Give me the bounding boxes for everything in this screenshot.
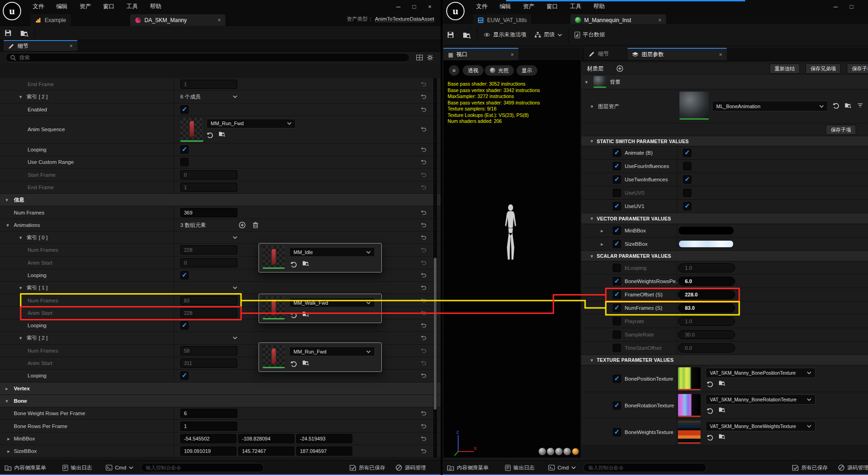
checkbox[interactable]: ✓: [613, 304, 621, 312]
property-row-27[interactable]: ▸MinBBox-54.545502-108.828094-24.519493: [0, 433, 441, 445]
checkbox[interactable]: ✓: [613, 202, 621, 210]
parameter-section-header[interactable]: ▾SCALAR PARAMETER VALUES: [581, 251, 868, 261]
value-input[interactable]: 6: [180, 409, 237, 418]
value-input[interactable]: 0: [180, 258, 237, 267]
source-control-button[interactable]: 源码管理: [838, 461, 868, 475]
anim-sequence-thumbnail[interactable]: [263, 296, 285, 319]
reset-to-default-icon[interactable]: [420, 285, 426, 290]
layer-asset-thumbnail[interactable]: [679, 92, 709, 120]
anim-sequence-thumbnail[interactable]: [263, 246, 285, 269]
parameter-section-header[interactable]: ▾TEXTURE PARAMETER VALUES: [581, 355, 868, 365]
tab-close-icon[interactable]: ×: [69, 43, 73, 49]
browse-to-asset-icon[interactable]: [719, 406, 725, 412]
reset-to-default-icon[interactable]: [420, 323, 426, 328]
details-scrollbar[interactable]: [433, 78, 437, 458]
preview-scene-toggle[interactable]: [572, 448, 579, 455]
tab-close-icon[interactable]: ×: [218, 17, 221, 23]
preview-shape-sphere[interactable]: [547, 448, 554, 455]
preview-shape-cube[interactable]: [563, 448, 571, 455]
switch-param-row[interactable]: ✓UseUV1✓: [581, 200, 868, 213]
texture-dropdown[interactable]: VAT_SKM_Manny_BoneRotationTexture: [706, 394, 816, 405]
background-layer-row[interactable]: ▾ 背景: [581, 75, 868, 89]
show-inactive-button[interactable]: 显示未激活项: [479, 24, 530, 46]
checkbox[interactable]: ✓: [613, 175, 621, 184]
checkbox[interactable]: ✓: [683, 149, 691, 157]
switch-param-row[interactable]: UseUV0: [581, 186, 868, 200]
chevron-right-icon[interactable]: ▸: [601, 228, 604, 234]
reset-to-default-icon[interactable]: [420, 310, 426, 316]
chevron-down-icon[interactable]: [233, 236, 237, 239]
vector-component-input[interactable]: 145.72467: [238, 446, 294, 456]
checkbox[interactable]: ✓: [613, 401, 621, 410]
scalar-value-input[interactable]: 6.0: [678, 277, 735, 286]
hierarchy-dropdown[interactable]: 层级: [530, 24, 566, 46]
value-input[interactable]: 1: [180, 422, 237, 431]
property-row-28[interactable]: ▸SizeBBox109.091019145.72467187.094597: [0, 445, 441, 458]
chevron-down-icon[interactable]: ▾: [6, 222, 9, 228]
use-selected-icon[interactable]: [207, 132, 213, 138]
tab-details[interactable]: 细节: [584, 48, 627, 60]
scalar-param-row[interactable]: Playrate1.0: [581, 315, 868, 328]
browse-to-asset-icon[interactable]: [719, 380, 725, 386]
texture-thumbnail[interactable]: [678, 394, 701, 417]
add-element-icon[interactable]: [239, 221, 246, 228]
save-button[interactable]: [0, 26, 16, 40]
color-swatch[interactable]: [678, 227, 734, 235]
checkbox[interactable]: ✓: [613, 162, 621, 170]
checkbox[interactable]: [683, 189, 691, 197]
scalar-value-input[interactable]: 228.0: [678, 290, 735, 299]
show-flags-button[interactable]: 显示: [516, 65, 538, 76]
reset-to-default-icon[interactable]: [420, 360, 426, 366]
save-child-button[interactable]: 保存子项: [826, 125, 856, 135]
menu-item[interactable]: 资产: [74, 3, 97, 11]
tab-close-icon[interactable]: ×: [511, 52, 514, 58]
layer-asset-row[interactable]: ▾ 图层资产 ML_BoneAnimation: [581, 89, 868, 123]
property-row-26[interactable]: Bone Rows Per Frame1: [0, 420, 441, 432]
use-selected-icon[interactable]: [833, 102, 839, 109]
delete-elements-icon[interactable]: [253, 222, 259, 228]
anim-sequence-dropdown[interactable]: MM_Walk_Fwd: [289, 298, 375, 307]
tab-example[interactable]: Example: [30, 14, 71, 26]
texture-thumbnail[interactable]: [678, 421, 701, 444]
minimize-icon[interactable]: ─: [834, 3, 838, 10]
reset-to-default-icon[interactable]: [420, 411, 426, 416]
anim-picker-panel-0[interactable]: MM_Idle: [259, 243, 382, 272]
maximize-icon[interactable]: □: [413, 3, 416, 10]
texture-dropdown[interactable]: VAT_SKM_Manny_BoneWeightsTexture: [706, 421, 816, 431]
property-row-25[interactable]: Bone Weight Rows Per Frame6: [0, 407, 441, 420]
browse-to-asset-icon[interactable]: [302, 359, 309, 365]
vector-component-input[interactable]: 109.091019: [180, 446, 236, 456]
reset-to-default-icon[interactable]: [420, 348, 426, 353]
chevron-down-icon[interactable]: ▾: [19, 235, 22, 241]
scalar-param-row[interactable]: SampleRate30.0: [581, 328, 868, 342]
scalar-value-input[interactable]: 0.0: [678, 343, 735, 353]
filter-icon[interactable]: [857, 103, 863, 108]
preview-shape-sphere[interactable]: [539, 448, 546, 455]
scalar-value-input[interactable]: 83.0: [678, 303, 735, 313]
section-row-8[interactable]: ▾信息: [0, 194, 441, 206]
menu-item[interactable]: 资产: [517, 3, 540, 11]
platform-data-button[interactable]: 平台数据: [570, 24, 609, 46]
checkbox[interactable]: [613, 264, 621, 272]
tab-details[interactable]: 细节 ×: [4, 40, 77, 51]
reset-to-default-icon[interactable]: [420, 107, 426, 112]
browse-to-asset-icon[interactable]: [302, 311, 309, 317]
console-input[interactable]: [583, 463, 707, 472]
anim-sequence-dropdown[interactable]: MM_Run_Fwd: [207, 119, 296, 128]
switch-param-row[interactable]: ✓UseFourInfluences: [581, 160, 868, 173]
property-row-4[interactable]: Looping✓: [0, 144, 441, 156]
cmd-dropdown[interactable]: Cmd: [548, 461, 576, 475]
menu-item[interactable]: 编辑: [494, 3, 517, 11]
property-row-1[interactable]: ▾索引 [ 2 ]6 个成员: [0, 91, 441, 103]
use-selected-icon[interactable]: [290, 312, 297, 318]
reset-to-default-icon[interactable]: [420, 260, 426, 266]
save-button[interactable]: [443, 24, 459, 46]
add-layer-icon[interactable]: [616, 65, 623, 72]
scalar-value-input[interactable]: 1.0: [678, 263, 735, 272]
scalar-param-row[interactable]: ✓FrameOffset (S)228.0: [581, 288, 868, 301]
scrollbar-thumb[interactable]: [434, 258, 437, 410]
relink-button[interactable]: 重新连结: [770, 64, 800, 74]
checkbox[interactable]: [613, 330, 621, 339]
color-swatch[interactable]: [678, 240, 734, 248]
perspective-button[interactable]: 透视: [462, 65, 484, 76]
